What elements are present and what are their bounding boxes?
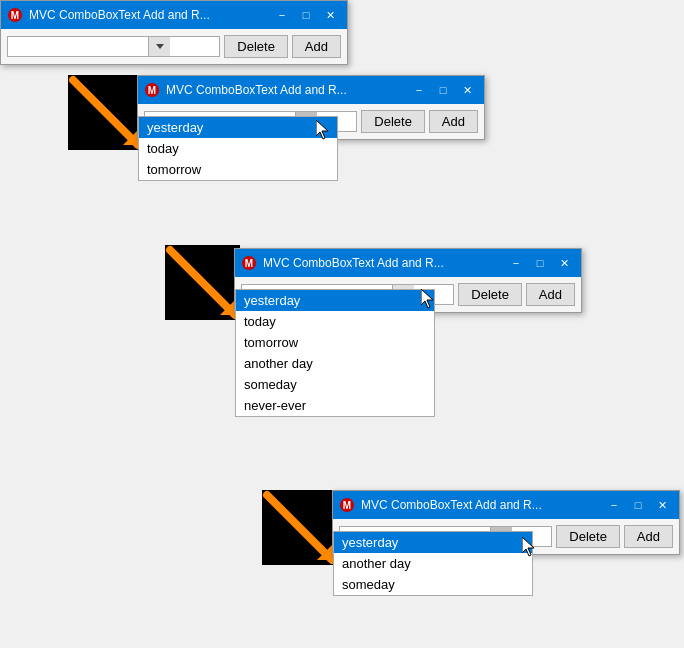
app-icon-1: M: [7, 7, 23, 23]
delete-btn-2[interactable]: Delete: [361, 110, 425, 133]
dropdown-3: yesterday today tomorrow another day som…: [235, 289, 435, 417]
app-icon-4: M: [339, 497, 355, 513]
minimize-btn-2[interactable]: −: [408, 80, 430, 100]
maximize-btn-1[interactable]: □: [295, 5, 317, 25]
dropdown-item-4-0[interactable]: yesterday: [334, 532, 532, 553]
svg-text:M: M: [11, 10, 19, 21]
svg-text:M: M: [343, 500, 351, 511]
svg-line-7: [170, 250, 235, 315]
window-1: M MVC ComboBoxText Add and R... − □ ✕ De…: [0, 0, 348, 65]
window-controls-4: − □ ✕: [603, 495, 673, 515]
close-btn-3[interactable]: ✕: [553, 253, 575, 273]
title-bar-4: M MVC ComboBoxText Add and R... − □ ✕: [333, 491, 679, 519]
app-icon-3: M: [241, 255, 257, 271]
add-btn-2[interactable]: Add: [429, 110, 478, 133]
dropdown-4: yesterday another day someday: [333, 531, 533, 596]
arrow-box-2: [165, 245, 240, 320]
close-btn-4[interactable]: ✕: [651, 495, 673, 515]
dropdown-item-4-2[interactable]: someday: [334, 574, 532, 595]
delete-btn-4[interactable]: Delete: [556, 525, 620, 548]
add-btn-3[interactable]: Add: [526, 283, 575, 306]
window-controls-1: − □ ✕: [271, 5, 341, 25]
dropdown-item-2-0[interactable]: yesterday: [139, 117, 337, 138]
combo-dropdown-btn-1[interactable]: [148, 37, 170, 56]
app-icon-2: M: [144, 82, 160, 98]
window-controls-2: − □ ✕: [408, 80, 478, 100]
delete-btn-1[interactable]: Delete: [224, 35, 288, 58]
minimize-btn-3[interactable]: −: [505, 253, 527, 273]
arrow-svg-2: [165, 245, 240, 320]
maximize-btn-2[interactable]: □: [432, 80, 454, 100]
arrow-box-3: [262, 490, 337, 565]
dropdown-item-2-2[interactable]: tomorrow: [139, 159, 337, 180]
title-bar-3: M MVC ComboBoxText Add and R... − □ ✕: [235, 249, 581, 277]
dropdown-item-3-4[interactable]: someday: [236, 374, 434, 395]
close-btn-2[interactable]: ✕: [456, 80, 478, 100]
add-btn-1[interactable]: Add: [292, 35, 341, 58]
dropdown-item-3-0[interactable]: yesterday: [236, 290, 434, 311]
close-btn-1[interactable]: ✕: [319, 5, 341, 25]
dropdown-arrow-icon-1: [156, 44, 164, 49]
arrow-box-1: [68, 75, 143, 150]
minimize-btn-4[interactable]: −: [603, 495, 625, 515]
delete-btn-3[interactable]: Delete: [458, 283, 522, 306]
dropdown-item-4-1[interactable]: another day: [334, 553, 532, 574]
title-text-4: MVC ComboBoxText Add and R...: [361, 498, 603, 512]
title-text-3: MVC ComboBoxText Add and R...: [263, 256, 505, 270]
maximize-btn-4[interactable]: □: [627, 495, 649, 515]
svg-line-2: [73, 80, 138, 145]
window-2: M MVC ComboBoxText Add and R... − □ ✕ De…: [137, 75, 485, 140]
title-text-1: MVC ComboBoxText Add and R...: [29, 8, 271, 22]
svg-text:M: M: [148, 85, 156, 96]
svg-line-12: [267, 495, 332, 560]
maximize-btn-3[interactable]: □: [529, 253, 551, 273]
title-bar-2: M MVC ComboBoxText Add and R... − □ ✕: [138, 76, 484, 104]
arrow-svg-3: [262, 490, 337, 565]
arrow-svg-1: [68, 75, 143, 150]
dropdown-item-3-3[interactable]: another day: [236, 353, 434, 374]
dropdown-2: yesterday today tomorrow: [138, 116, 338, 181]
dropdown-item-3-2[interactable]: tomorrow: [236, 332, 434, 353]
combobox-1[interactable]: [7, 36, 220, 57]
add-btn-4[interactable]: Add: [624, 525, 673, 548]
dropdown-item-3-1[interactable]: today: [236, 311, 434, 332]
title-bar-1: M MVC ComboBoxText Add and R... − □ ✕: [1, 1, 347, 29]
dropdown-item-3-5[interactable]: never-ever: [236, 395, 434, 416]
window-controls-3: − □ ✕: [505, 253, 575, 273]
dropdown-item-2-1[interactable]: today: [139, 138, 337, 159]
combo-input-1[interactable]: [8, 37, 148, 56]
svg-text:M: M: [245, 258, 253, 269]
title-text-2: MVC ComboBoxText Add and R...: [166, 83, 408, 97]
minimize-btn-1[interactable]: −: [271, 5, 293, 25]
window-body-1: Delete Add: [1, 29, 347, 64]
window-3: M MVC ComboBoxText Add and R... − □ ✕ De…: [234, 248, 582, 313]
window-4: M MVC ComboBoxText Add and R... − □ ✕ De…: [332, 490, 680, 555]
